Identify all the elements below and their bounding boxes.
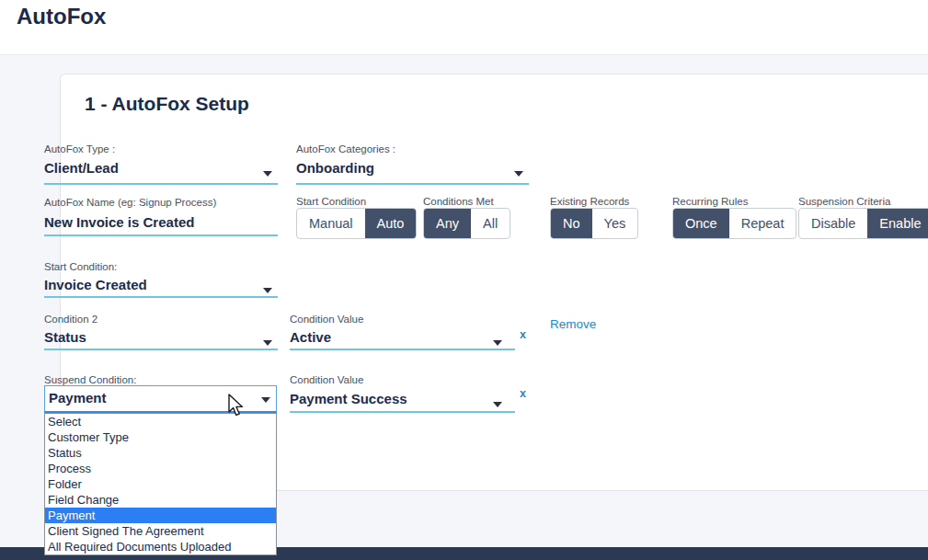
condition-value-1-underline [290, 349, 515, 350]
condition-value-2-select[interactable]: Payment Success [290, 391, 407, 406]
toggle-option-no[interactable]: No [551, 209, 592, 238]
toggle-option-manual[interactable]: Manual [297, 209, 365, 238]
chevron-down-icon[interactable] [263, 288, 272, 293]
condition-2-underline [44, 349, 278, 350]
chevron-down-icon[interactable] [493, 402, 502, 407]
autofox-name-underline [44, 234, 278, 236]
autofox-name-label: AutoFox Name (eg: Signup Process) [44, 197, 216, 208]
suspension-criteria-toggle: Disable Enable [798, 208, 928, 239]
recurring-rules-label: Recurring Rules [672, 196, 748, 207]
condition-2-label: Condition 2 [44, 314, 97, 325]
suspend-condition-dropdown-list: Select Customer Type Status Process Fold… [44, 413, 277, 555]
clear-condition-value-1-icon[interactable]: x [520, 328, 526, 341]
card-title: 1 - AutoFox Setup [85, 93, 249, 115]
dropdown-option-payment[interactable]: Payment [45, 508, 276, 523]
existing-records-label: Existing Records [550, 196, 629, 207]
start-condition-toggle: Manual Auto [296, 208, 417, 239]
condition-value-2-label: Condition Value [290, 374, 363, 385]
condition-value-1-select[interactable]: Active [290, 329, 331, 345]
dropdown-option-all-documents[interactable]: All Required Documents Uploaded [45, 539, 276, 554]
clear-condition-value-2-icon[interactable]: x [520, 387, 526, 400]
chevron-down-icon[interactable] [263, 171, 272, 177]
dropdown-option-status[interactable]: Status [45, 445, 276, 461]
dropdown-option-folder[interactable]: Folder [45, 476, 276, 492]
autofox-categories-select[interactable]: Onboarding [296, 160, 374, 176]
suspension-criteria-label: Suspension Criteria [798, 196, 890, 207]
recurring-rules-toggle: Once Repeat [672, 208, 796, 239]
chevron-down-icon[interactable] [493, 340, 502, 346]
dropdown-option-process[interactable]: Process [45, 461, 276, 476]
condition-value-1-label: Condition Value [290, 314, 363, 325]
chevron-down-icon [261, 397, 270, 403]
autofox-type-label: AutoFox Type : [44, 143, 115, 154]
toggle-option-enable[interactable]: Enable [867, 209, 928, 238]
chevron-down-icon[interactable] [263, 340, 272, 346]
toggle-option-any[interactable]: Any [424, 209, 471, 238]
start-condition-select-label: Start Condition: [44, 261, 117, 272]
chevron-down-icon[interactable] [514, 171, 523, 177]
start-condition-select[interactable]: Invoice Created [44, 277, 147, 292]
conditions-met-label: Conditions Met [423, 196, 494, 207]
autofox-page: AutoFox 1 - AutoFox Setup AutoFox Type :… [0, 0, 928, 560]
toggle-option-all[interactable]: All [471, 209, 510, 238]
remove-condition-link[interactable]: Remove [550, 317, 596, 331]
dropdown-option-field-change[interactable]: Field Change [45, 492, 276, 508]
start-condition-underline [44, 296, 278, 298]
existing-records-toggle: No Yes [550, 208, 638, 239]
suspend-condition-value: Payment [49, 390, 107, 406]
toggle-option-auto[interactable]: Auto [365, 209, 417, 238]
autofox-name-input[interactable]: New Invoice is Created [44, 214, 194, 230]
autofox-categories-underline [296, 183, 529, 185]
dropdown-option-customer-type[interactable]: Customer Type [45, 429, 276, 445]
page-title: AutoFox [17, 4, 106, 29]
condition-2-select[interactable]: Status [44, 329, 86, 345]
toggle-option-disable[interactable]: Disable [799, 209, 867, 238]
suspend-condition-label: Suspend Condition: [44, 374, 136, 385]
top-header-bar [0, 0, 928, 55]
autofox-type-underline [44, 183, 278, 185]
dropdown-option-client-signed[interactable]: Client Signed The Agreement [45, 523, 276, 539]
mouse-cursor-icon [227, 394, 245, 422]
conditions-met-toggle: Any All [423, 208, 510, 239]
toggle-option-yes[interactable]: Yes [592, 209, 638, 238]
autofox-type-select[interactable]: Client/Lead [44, 160, 119, 176]
autofox-categories-label: AutoFox Categories : [296, 143, 395, 154]
condition-value-2-underline [290, 411, 515, 413]
toggle-option-once[interactable]: Once [673, 209, 729, 238]
toggle-option-repeat[interactable]: Repeat [729, 209, 796, 238]
start-condition-toggle-label: Start Condition [296, 196, 366, 207]
